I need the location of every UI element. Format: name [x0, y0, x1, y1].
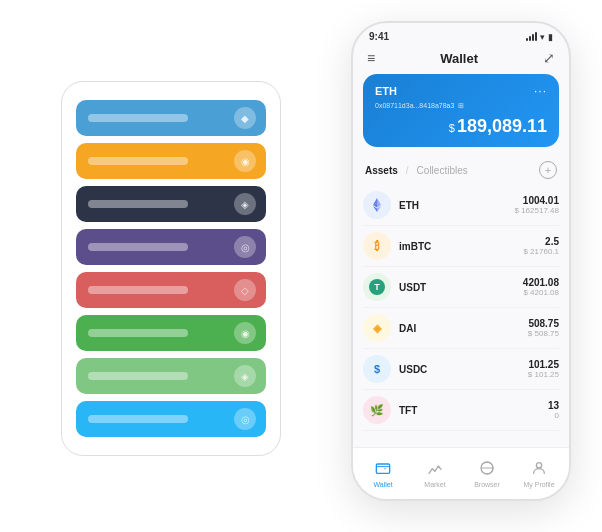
- nav-item-market[interactable]: Market: [409, 460, 461, 488]
- stack-card-card-dark[interactable]: ◈: [76, 186, 266, 222]
- asset-name-usdt: USDT: [399, 282, 523, 293]
- stack-card-card-purple[interactable]: ◎: [76, 229, 266, 265]
- asset-amount: 1004.01: [515, 195, 560, 206]
- stack-card-card-green[interactable]: ◉: [76, 315, 266, 351]
- tab-assets[interactable]: Assets: [365, 165, 398, 176]
- eth-label: ETH: [375, 85, 397, 97]
- asset-name-dai: DAI: [399, 323, 528, 334]
- asset-usd: $ 101.25: [528, 370, 559, 379]
- phone: 9:41 ▾ ▮ ≡ Wallet ⤢ ETH ···: [351, 21, 571, 501]
- profile-nav-label: My Profile: [523, 481, 554, 488]
- asset-item-eth[interactable]: ETH1004.01$ 162517.48: [363, 185, 559, 226]
- eth-card[interactable]: ETH ··· 0x08711d3a...8418a78a3 ⊞ $189,08…: [363, 74, 559, 147]
- asset-usd: $ 508.75: [528, 329, 559, 338]
- stack-card-card-light-green[interactable]: ◈: [76, 358, 266, 394]
- stack-card-card-red[interactable]: ◇: [76, 272, 266, 308]
- asset-values-imbtc: 2.5$ 21760.1: [523, 236, 559, 256]
- browser-nav-label: Browser: [474, 481, 500, 488]
- asset-icon-dai: ◈: [363, 314, 391, 342]
- eth-card-header: ETH ···: [375, 84, 547, 98]
- asset-icon-usdt: T: [363, 273, 391, 301]
- asset-amount: 508.75: [528, 318, 559, 329]
- status-time: 9:41: [369, 31, 389, 42]
- expand-icon[interactable]: ⤢: [543, 50, 555, 66]
- asset-icon-usdc: $: [363, 355, 391, 383]
- asset-item-tft[interactable]: 🌿TFT130: [363, 390, 559, 431]
- asset-amount: 4201.08: [523, 277, 559, 288]
- stack-card-card-teal[interactable]: ◎: [76, 401, 266, 437]
- asset-item-usdc[interactable]: $USDC101.25$ 101.25: [363, 349, 559, 390]
- page-title: Wallet: [440, 51, 478, 66]
- stack-card-card-blue[interactable]: ◆: [76, 100, 266, 136]
- asset-name-imbtc: imBTC: [399, 241, 523, 252]
- scene: ◆◉◈◎◇◉◈◎ 9:41 ▾ ▮ ≡ Wallet ⤢: [21, 21, 581, 511]
- asset-values-tft: 130: [548, 400, 559, 420]
- status-icons: ▾ ▮: [526, 32, 553, 42]
- asset-name-eth: ETH: [399, 200, 515, 211]
- asset-icon-imbtc: ₿: [363, 232, 391, 260]
- asset-usd: 0: [548, 411, 559, 420]
- asset-usd: $ 21760.1: [523, 247, 559, 256]
- assets-tabs-left: Assets / Collectibles: [365, 165, 468, 176]
- status-bar: 9:41 ▾ ▮: [353, 23, 569, 46]
- asset-usd: $ 162517.48: [515, 206, 560, 215]
- asset-amount: 2.5: [523, 236, 559, 247]
- menu-icon[interactable]: ≡: [367, 50, 375, 66]
- asset-item-imbtc[interactable]: ₿imBTC2.5$ 21760.1: [363, 226, 559, 267]
- asset-usd: $ 4201.08: [523, 288, 559, 297]
- profile-nav-icon: [531, 460, 547, 479]
- nav-item-wallet[interactable]: Wallet: [357, 460, 409, 488]
- wallet-nav-icon: [375, 460, 391, 479]
- eth-balance: $189,089.11: [375, 116, 547, 137]
- signal-icon: [526, 32, 537, 41]
- asset-values-eth: 1004.01$ 162517.48: [515, 195, 560, 215]
- nav-item-browser[interactable]: Browser: [461, 460, 513, 488]
- market-nav-label: Market: [424, 481, 445, 488]
- asset-icon-tft: 🌿: [363, 396, 391, 424]
- asset-item-dai[interactable]: ◈DAI508.75$ 508.75: [363, 308, 559, 349]
- asset-list: ETH1004.01$ 162517.48₿imBTC2.5$ 21760.1T…: [353, 185, 569, 431]
- asset-values-dai: 508.75$ 508.75: [528, 318, 559, 338]
- asset-icon-eth: [363, 191, 391, 219]
- nav-item-profile[interactable]: My Profile: [513, 460, 565, 488]
- asset-name-tft: TFT: [399, 405, 548, 416]
- market-nav-icon: [427, 460, 443, 479]
- bottom-nav: WalletMarketBrowserMy Profile: [353, 447, 569, 499]
- card-stack: ◆◉◈◎◇◉◈◎: [61, 81, 281, 456]
- tab-collectibles[interactable]: Collectibles: [417, 165, 468, 176]
- svg-point-8: [536, 462, 541, 467]
- battery-icon: ▮: [548, 32, 553, 42]
- add-asset-button[interactable]: +: [539, 161, 557, 179]
- eth-more-button[interactable]: ···: [534, 84, 547, 98]
- svg-rect-6: [376, 464, 389, 473]
- assets-tabs: Assets / Collectibles +: [353, 157, 569, 185]
- asset-values-usdt: 4201.08$ 4201.08: [523, 277, 559, 297]
- eth-address: 0x08711d3a...8418a78a3 ⊞: [375, 102, 547, 110]
- wifi-icon: ▾: [540, 32, 545, 42]
- asset-name-usdc: USDC: [399, 364, 528, 375]
- browser-nav-icon: [479, 460, 495, 479]
- wallet-nav-label: Wallet: [373, 481, 392, 488]
- asset-amount: 13: [548, 400, 559, 411]
- asset-amount: 101.25: [528, 359, 559, 370]
- asset-values-usdc: 101.25$ 101.25: [528, 359, 559, 379]
- asset-item-usdt[interactable]: TUSDT4201.08$ 4201.08: [363, 267, 559, 308]
- stack-card-card-orange[interactable]: ◉: [76, 143, 266, 179]
- phone-header: ≡ Wallet ⤢: [353, 46, 569, 74]
